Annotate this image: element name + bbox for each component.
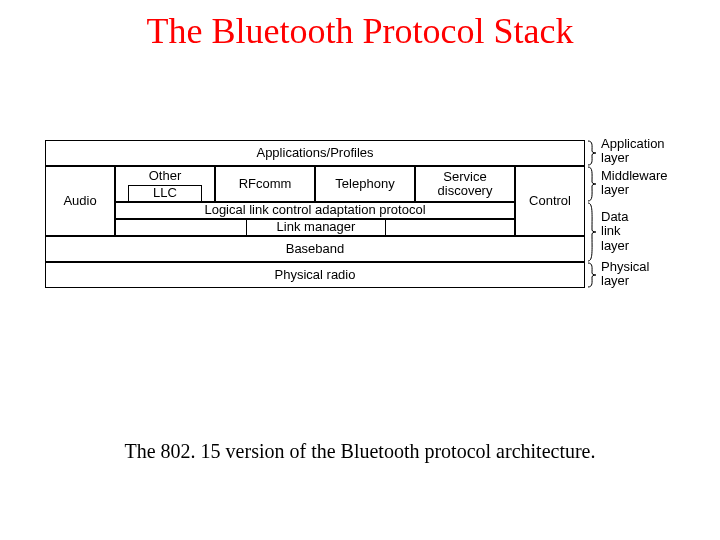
box-l2cap: Logical link control adaptation protocol — [115, 202, 515, 219]
label-baseband: Baseband — [286, 242, 345, 256]
figure-caption: The 802. 15 version of the Bluetooth pro… — [0, 440, 720, 463]
label-telephony: Telephony — [335, 177, 394, 191]
brace-middleware — [587, 166, 597, 202]
box-control: Control — [515, 166, 585, 236]
label-applications-profiles: Applications/Profiles — [256, 146, 373, 160]
box-baseband: Baseband — [45, 236, 585, 262]
label-physical-radio: Physical radio — [275, 268, 356, 282]
label-audio: Audio — [63, 194, 96, 208]
label-control: Control — [529, 194, 571, 208]
label-other: Other — [149, 169, 182, 183]
label-other-wrap: Other — [116, 167, 214, 185]
layer-label-physical: Physical layer — [601, 260, 649, 289]
label-rfcomm: RFcomm — [239, 177, 292, 191]
box-other-llc: Other LLC — [115, 166, 215, 202]
box-link-manager-row: Link manager — [115, 219, 515, 236]
box-llc: LLC — [128, 185, 202, 202]
label-service-discovery: Service discovery — [438, 170, 493, 199]
brace-physical — [587, 262, 597, 288]
box-rfcomm: RFcomm — [215, 166, 315, 202]
box-service-discovery: Service discovery — [415, 166, 515, 202]
box-link-manager: Link manager — [246, 219, 386, 236]
layer-label-middleware: Middleware layer — [601, 169, 667, 198]
brace-data-link — [587, 202, 597, 262]
page: The Bluetooth Protocol Stack Application… — [0, 0, 720, 540]
brace-application — [587, 140, 597, 166]
layer-label-data-link: Data link layer — [601, 210, 629, 253]
box-physical-radio: Physical radio — [45, 262, 585, 288]
label-link-manager: Link manager — [277, 220, 356, 234]
protocol-stack-diagram: Applications/Profiles Audio Control Othe… — [45, 140, 675, 320]
box-applications-profiles: Applications/Profiles — [45, 140, 585, 166]
label-l2cap: Logical link control adaptation protocol — [204, 203, 425, 217]
box-telephony: Telephony — [315, 166, 415, 202]
box-audio: Audio — [45, 166, 115, 236]
label-llc: LLC — [153, 186, 177, 200]
layer-label-application: Application layer — [601, 137, 665, 166]
page-title: The Bluetooth Protocol Stack — [0, 10, 720, 52]
